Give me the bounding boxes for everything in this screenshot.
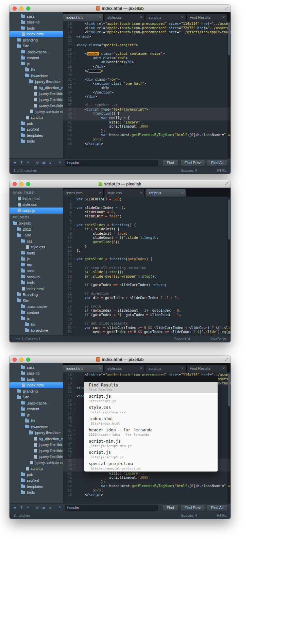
sidebar-item-pub[interactable]: pub: [10, 120, 63, 127]
sidebar-item-css[interactable]: css: [10, 238, 63, 244]
fold-arrow-icon[interactable]: ▾: [72, 467, 76, 472]
goto-result-index-html[interactable]: index.html_Site/index.html: [84, 415, 218, 427]
sidebar-item-sass[interactable]: sass: [10, 13, 63, 19]
tab-script-js[interactable]: script.js×: [145, 13, 186, 21]
code-line[interactable]: 9 slideInit = true;: [63, 232, 231, 236]
wrap-toggle-icon[interactable]: ↺: [35, 160, 40, 165]
code-line[interactable]: 26 // cycle: [63, 304, 231, 309]
sidebar-item-svgfont[interactable]: svgfont: [10, 478, 63, 484]
tab-close-icon[interactable]: ×: [99, 191, 101, 195]
code-line[interactable]: 41 kitId: 'imc6ryj',: [63, 472, 231, 476]
code-line[interactable]: 22: [63, 287, 231, 292]
tab-close-icon[interactable]: ×: [222, 366, 225, 371]
code-line[interactable]: 44 var h=document.getElementsByTagName("…: [63, 133, 231, 137]
goto-result-find-results[interactable]: Find ResultsFind Results: [84, 382, 218, 393]
code-line[interactable]: 46 </script>: [63, 142, 231, 146]
code-line[interactable]: 19 $('.slide-overlay-wrapper').stop();: [63, 275, 231, 279]
goto-result-script-js[interactable]: script.js_Site/js/script.js: [84, 449, 218, 460]
title-bar[interactable]: script.js — pixellab ⤢: [10, 180, 231, 188]
editor[interactable]: 18 <link rel="apple-touch-icon-precompos…: [63, 21, 231, 158]
code-line[interactable]: 44 var h=document.getElementsByTagName("…: [63, 484, 231, 489]
tab-index-html[interactable]: index.html×: [63, 13, 104, 21]
code-line[interactable]: 42 scriptTimeout: 3000: [63, 476, 231, 480]
sidebar-item-content[interactable]: content: [10, 310, 63, 316]
code-line[interactable]: 30 // get slide elements: [63, 321, 231, 326]
sidebar-item-tools[interactable]: tools: [10, 280, 63, 286]
code-line[interactable]: 21</head>: [63, 35, 231, 39]
fold-arrow-icon[interactable]: ▾: [72, 56, 76, 61]
code-line[interactable]: 11 gotoSlide(0);: [63, 240, 231, 245]
tab-close-icon[interactable]: ×: [222, 15, 225, 20]
indentation-status[interactable]: Spaces: 4: [181, 513, 197, 517]
code-line[interactable]: 40▾ var config = {: [63, 116, 231, 120]
sidebar-item-lib[interactable]: lib: [10, 321, 63, 328]
sidebar-item-jquery-flexslider[interactable]: jquery.flexslider.: [10, 97, 63, 103]
goto-result-script-js[interactable]: script.jsSite/script.js: [84, 393, 218, 404]
code-line[interactable]: 43 };: [63, 129, 231, 133]
tab-close-icon[interactable]: ×: [140, 366, 142, 371]
code-line[interactable]: 15▾var gotoSlide = function(gotoIndex) {: [63, 257, 231, 262]
fold-arrow-icon[interactable]: ▾: [72, 116, 76, 120]
fold-arrow-icon[interactable]: ▾: [72, 223, 76, 228]
sidebar-item-pub[interactable]: pub: [10, 472, 63, 478]
code-line[interactable]: 12 }: [63, 245, 231, 249]
minimize-button[interactable]: [19, 358, 23, 362]
case-sensitive-toggle-icon[interactable]: T: [19, 505, 24, 510]
goto-anything-input[interactable]: [84, 376, 218, 382]
wrap-toggle-icon[interactable]: ↺: [35, 505, 40, 510]
code-line[interactable]: 4 slideCount = 0,: [63, 210, 231, 215]
sidebar-item-jquery-flexslider[interactable]: jquery.flexslider: [10, 79, 63, 85]
code-line[interactable]: 14: [63, 253, 231, 258]
sidebar-item-tools[interactable]: tools: [10, 490, 63, 496]
sidebar-item-lib-archive[interactable]: lib-archive: [10, 73, 63, 79]
sidebar-item-sass-cache[interactable]: .sass-cache: [10, 400, 63, 406]
sidebar-item-branding[interactable]: Branding: [10, 388, 63, 394]
sidebar-item-bg-direction-nav[interactable]: bg_direction_nav: [10, 436, 63, 442]
fold-arrow-icon[interactable]: ▾: [72, 463, 76, 467]
fold-arrow-icon[interactable]: ▾: [72, 52, 76, 56]
code-line[interactable]: 45 })();: [63, 137, 231, 142]
tab-index-html[interactable]: index.html×: [63, 189, 104, 197]
code-line[interactable]: 5 slideInit = false;: [63, 214, 231, 219]
code-line[interactable]: 38▾ <script type="text/javascript">: [63, 108, 231, 112]
sidebar-item-sass[interactable]: sass: [10, 364, 63, 370]
sidebar-item-content[interactable]: content: [10, 55, 63, 61]
tab-style-css[interactable]: style.css×: [104, 364, 145, 372]
indentation-status[interactable]: Spaces: 4: [174, 337, 190, 341]
code-line[interactable]: 28 if (gotoIndex < 0) gotoIndex = slideC…: [63, 313, 231, 317]
zoom-button[interactable]: [26, 182, 30, 186]
sidebar-item-index-html[interactable]: index.html: [10, 196, 63, 202]
sidebar-item-index-html[interactable]: index.html: [10, 382, 63, 389]
sidebar-item-branding[interactable]: Branding: [10, 292, 63, 298]
code-line[interactable]: 25: [63, 300, 231, 304]
sidebar-item-sass-lib[interactable]: sass-lib: [10, 370, 63, 377]
fold-arrow-icon[interactable]: ▾: [72, 407, 76, 412]
sidebar-item-lib[interactable]: lib: [10, 418, 63, 424]
fold-arrow-icon[interactable]: ▾: [72, 429, 76, 433]
code-line[interactable]: 33 <h3>: [63, 86, 231, 90]
sidebar-item-script-js[interactable]: script.js: [10, 466, 63, 472]
code-line[interactable]: 26▾ <div class="row">: [63, 56, 231, 61]
sidebar-item-lib-archive[interactable]: lib-archive: [10, 328, 63, 334]
sidebar-item-sass-cache[interactable]: .sass-cache: [10, 49, 63, 55]
fold-arrow-icon[interactable]: ▾: [72, 394, 76, 399]
tab-style-css[interactable]: style.css×: [104, 189, 145, 197]
find-prev-button[interactable]: Find Prev: [180, 505, 205, 511]
sidebar-item-pixellab[interactable]: pixellab: [10, 220, 63, 227]
code-line[interactable]: 22: [63, 39, 231, 43]
fold-arrow-icon[interactable]: ▾: [72, 43, 76, 48]
find-input[interactable]: [65, 160, 158, 166]
title-bar[interactable]: index.html — pixellab ⤢: [10, 5, 231, 12]
code-line[interactable]: 16: [63, 262, 231, 266]
code-line[interactable]: 18 <link rel="apple-touch-icon-precompos…: [63, 22, 231, 26]
tab-find-results[interactable]: Find Results×: [186, 13, 227, 21]
code-line[interactable]: 30: [63, 73, 231, 78]
code-line[interactable]: 34 </section>: [63, 90, 231, 95]
code-line[interactable]: 17 // stop all existing animation: [63, 266, 231, 270]
fold-arrow-icon[interactable]: ▾: [72, 112, 76, 116]
code-line[interactable]: 46 </script>: [63, 493, 231, 497]
find-input[interactable]: [65, 505, 158, 511]
title-bar[interactable]: index.html — pixellab ⤢: [10, 356, 231, 363]
code-line[interactable]: 20 <link rel="apple-touch-icon-precompos…: [63, 30, 231, 35]
sidebar-item-templates[interactable]: templates: [10, 483, 63, 490]
